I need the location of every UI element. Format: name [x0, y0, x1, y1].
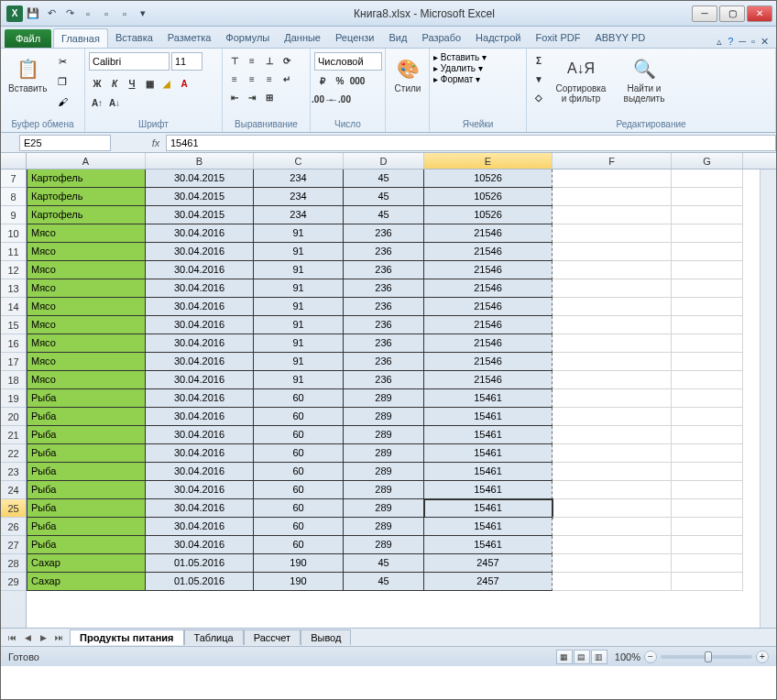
cell-E14[interactable]: 21546	[424, 298, 553, 316]
cell-F21[interactable]	[553, 426, 672, 444]
row-header-25[interactable]: 25	[1, 499, 26, 518]
cell-F23[interactable]	[553, 463, 672, 481]
cell-B10[interactable]: 30.04.2016	[146, 224, 254, 243]
cell-G15[interactable]	[672, 316, 743, 334]
cell-B12[interactable]: 30.04.2016	[146, 261, 254, 279]
cell-D13[interactable]: 236	[344, 279, 424, 298]
qat-btn-1[interactable]: ▫	[80, 5, 96, 22]
normal-view-icon[interactable]: ▦	[556, 650, 573, 664]
row-header-13[interactable]: 13	[1, 279, 26, 298]
align-top-icon[interactable]: ⊤	[226, 52, 243, 69]
find-select-button[interactable]: 🔍 Найти и выделить	[615, 52, 673, 105]
cell-B27[interactable]: 30.04.2016	[146, 536, 254, 554]
row-header-14[interactable]: 14	[1, 298, 26, 316]
row-header-10[interactable]: 10	[1, 224, 26, 243]
cell-G14[interactable]	[672, 298, 743, 316]
ribbon-tab-4[interactable]: Данные	[277, 28, 328, 48]
cell-F9[interactable]	[553, 206, 672, 224]
cell-G20[interactable]	[672, 408, 743, 426]
cell-G22[interactable]	[672, 444, 743, 463]
cell-D11[interactable]: 236	[344, 243, 424, 261]
cell-E20[interactable]: 15461	[424, 408, 553, 426]
cell-D12[interactable]: 236	[344, 261, 424, 279]
shrink-font-icon[interactable]: A↓	[106, 94, 123, 111]
cell-F18[interactable]	[553, 371, 672, 389]
row-header-7[interactable]: 7	[1, 170, 26, 188]
sheet-prev-icon[interactable]: ◀	[20, 630, 35, 645]
row-header-18[interactable]: 18	[1, 371, 26, 389]
row-header-8[interactable]: 8	[1, 188, 26, 206]
grow-font-icon[interactable]: A↑	[89, 94, 105, 111]
align-middle-icon[interactable]: ≡	[244, 52, 260, 69]
cell-D19[interactable]: 289	[344, 389, 424, 408]
cell-C13[interactable]: 91	[254, 279, 344, 298]
cell-E19[interactable]: 15461	[424, 389, 553, 408]
cell-G12[interactable]	[672, 261, 743, 279]
cell-F25[interactable]	[553, 499, 672, 518]
cell-C29[interactable]: 190	[254, 573, 344, 591]
delete-cells-button[interactable]: ▸ Удалить ▾	[433, 63, 483, 73]
qat-btn-2[interactable]: ▫	[98, 5, 115, 22]
cell-A11[interactable]: Мясо	[27, 243, 146, 261]
cell-C14[interactable]: 91	[254, 298, 344, 316]
underline-button[interactable]: Ч	[124, 75, 140, 92]
indent-dec-icon[interactable]: ⇤	[226, 89, 243, 105]
align-center-icon[interactable]: ≡	[244, 71, 260, 87]
cell-C22[interactable]: 60	[254, 444, 344, 463]
cell-F12[interactable]	[553, 261, 672, 279]
cell-D18[interactable]: 236	[344, 371, 424, 389]
cell-A8[interactable]: Картофель	[27, 188, 146, 206]
cell-E17[interactable]: 21546	[424, 353, 553, 371]
bold-button[interactable]: Ж	[89, 75, 105, 92]
cell-B23[interactable]: 30.04.2016	[146, 463, 254, 481]
align-left-icon[interactable]: ≡	[226, 71, 243, 87]
cell-B11[interactable]: 30.04.2016	[146, 243, 254, 261]
ribbon-tab-6[interactable]: Вид	[382, 28, 415, 48]
cell-G23[interactable]	[672, 463, 743, 481]
cell-C21[interactable]: 60	[254, 426, 344, 444]
currency-icon[interactable]: ₽	[314, 72, 331, 89]
cell-E29[interactable]: 2457	[424, 573, 553, 591]
horizontal-scrollbar[interactable]	[355, 630, 772, 645]
font-name-combo[interactable]: Calibri	[89, 52, 170, 71]
row-header-9[interactable]: 9	[1, 206, 26, 224]
col-header-G[interactable]: G	[672, 153, 743, 169]
cell-D16[interactable]: 236	[344, 334, 424, 353]
copy-icon[interactable]: ❐	[53, 72, 71, 91]
cell-E24[interactable]: 15461	[424, 481, 553, 499]
cell-G19[interactable]	[672, 389, 743, 408]
cell-F20[interactable]	[553, 408, 672, 426]
cell-D23[interactable]: 289	[344, 463, 424, 481]
cell-A13[interactable]: Мясо	[27, 279, 146, 298]
ribbon-tab-8[interactable]: Надстрой	[468, 28, 528, 48]
vertical-scrollbar[interactable]	[760, 170, 776, 628]
row-header-12[interactable]: 12	[1, 261, 26, 279]
cell-G11[interactable]	[672, 243, 743, 261]
dec-decimal-icon[interactable]: ←.00	[332, 91, 348, 107]
font-size-combo[interactable]: 11	[171, 52, 202, 71]
cell-B21[interactable]: 30.04.2016	[146, 426, 254, 444]
collapse-ribbon-icon[interactable]: ▵	[717, 36, 722, 48]
ribbon-tab-0[interactable]: Главная	[53, 28, 108, 48]
cell-G16[interactable]	[672, 334, 743, 353]
cell-C12[interactable]: 91	[254, 261, 344, 279]
col-header-C[interactable]: C	[254, 153, 344, 169]
wrap-text-icon[interactable]: ↵	[279, 71, 295, 87]
cell-E18[interactable]: 21546	[424, 371, 553, 389]
cell-C19[interactable]: 60	[254, 389, 344, 408]
cell-B24[interactable]: 30.04.2016	[146, 481, 254, 499]
cell-D14[interactable]: 236	[344, 298, 424, 316]
cell-C26[interactable]: 60	[254, 518, 344, 536]
cell-D10[interactable]: 236	[344, 224, 424, 243]
sheet-first-icon[interactable]: ⏮	[5, 630, 19, 645]
cell-C7[interactable]: 234	[254, 170, 344, 188]
cell-D28[interactable]: 45	[344, 554, 424, 573]
cell-B22[interactable]: 30.04.2016	[146, 444, 254, 463]
cell-D25[interactable]: 289	[344, 499, 424, 518]
clear-icon[interactable]: ◇	[531, 89, 547, 105]
sheet-tab-3[interactable]: Вывод	[301, 629, 351, 645]
excel-logo-icon[interactable]: X	[6, 5, 23, 22]
cell-D15[interactable]: 236	[344, 316, 424, 334]
col-header-B[interactable]: B	[146, 153, 254, 169]
cell-F10[interactable]	[553, 224, 672, 243]
